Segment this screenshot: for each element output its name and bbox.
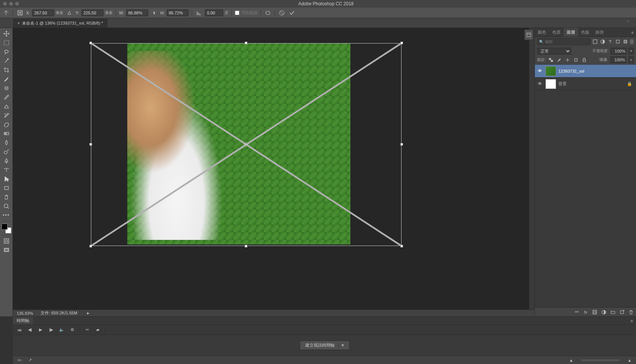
- lock-pixels-icon[interactable]: [556, 57, 563, 63]
- transform-handle-bottom-mid[interactable]: [245, 245, 247, 247]
- cancel-transform-icon[interactable]: [278, 9, 286, 17]
- layer-item[interactable]: 👁背景🔒: [535, 78, 636, 90]
- edit-toolbar-button[interactable]: •••: [2, 211, 11, 219]
- blend-mode-select[interactable]: 正常: [537, 48, 571, 54]
- foreground-color-swatch[interactable]: [2, 224, 8, 230]
- layer-filter-search[interactable]: 🔍: [537, 38, 591, 45]
- layer-visibility-icon[interactable]: 👁: [536, 81, 543, 87]
- layer-name-label[interactable]: 背景: [558, 81, 625, 87]
- eraser-tool[interactable]: [2, 120, 11, 129]
- timeline-split-icon[interactable]: ✂: [84, 327, 91, 333]
- layer-visibility-icon[interactable]: 👁: [536, 68, 543, 74]
- path-selection-tool[interactable]: [2, 175, 11, 183]
- timeline-audio-icon[interactable]: 🔈: [58, 327, 65, 333]
- tab-close-icon[interactable]: ×: [17, 21, 20, 25]
- zoom-level[interactable]: 135.83%: [17, 311, 33, 316]
- filter-type-icon[interactable]: [607, 39, 613, 45]
- tab-channels[interactable]: 色版: [578, 28, 592, 37]
- hand-tool[interactable]: [2, 193, 11, 201]
- history-brush-tool[interactable]: [2, 111, 11, 120]
- timeline-zoom-in-icon[interactable]: ▲: [626, 357, 633, 364]
- panel-menu-icon[interactable]: ≡: [629, 29, 636, 36]
- zoom-tool[interactable]: [2, 202, 11, 210]
- layer-thumbnail[interactable]: [545, 79, 556, 89]
- tab-swatches[interactable]: 色票: [549, 28, 564, 37]
- lock-transparency-icon[interactable]: [548, 57, 554, 63]
- filter-toggle-icon[interactable]: [630, 39, 634, 44]
- layer-style-icon[interactable]: fx: [583, 309, 588, 315]
- link-layers-icon[interactable]: ⚯: [574, 309, 579, 315]
- layer-thumbnail[interactable]: [545, 66, 556, 76]
- brush-tool[interactable]: [2, 93, 11, 101]
- rectangle-tool[interactable]: [2, 184, 11, 192]
- layer-name-label[interactable]: 12393731_xxl: [558, 69, 634, 73]
- canvas-area[interactable]: 135.83% 文件: 659.2K/1.55M ▸: [13, 28, 534, 316]
- opacity-flyout-icon[interactable]: ▾: [628, 48, 634, 54]
- healing-brush-tool[interactable]: [2, 84, 11, 92]
- clone-stamp-tool[interactable]: [2, 102, 11, 110]
- marquee-tool[interactable]: [2, 39, 11, 47]
- delta-icon[interactable]: [66, 9, 73, 17]
- timeline-prev-frame-icon[interactable]: ◀|: [27, 327, 33, 333]
- timeline-transition-icon[interactable]: ▰: [94, 327, 101, 333]
- fill-input[interactable]: [610, 56, 626, 63]
- file-info[interactable]: 文件: 659.2K/1.55M: [41, 310, 77, 316]
- collapse-panels-icon[interactable]: ›‹: [627, 19, 634, 23]
- dodge-tool[interactable]: [2, 148, 11, 156]
- color-swatches[interactable]: [2, 224, 11, 233]
- angle-input[interactable]: [205, 9, 223, 16]
- screen-mode-tool[interactable]: [2, 246, 11, 254]
- timeline-mode-icon[interactable]: ▭: [16, 357, 23, 364]
- transform-handle-mid-left[interactable]: [89, 143, 92, 146]
- filter-smart-icon[interactable]: [622, 39, 628, 45]
- warp-mode-icon[interactable]: [264, 9, 272, 17]
- transform-handle-top-right[interactable]: [400, 42, 403, 44]
- fill-flyout-icon[interactable]: ▾: [628, 56, 634, 63]
- maximize-window-button[interactable]: [15, 2, 19, 6]
- crop-tool[interactable]: [2, 66, 11, 74]
- status-flyout-icon[interactable]: ▸: [87, 311, 89, 316]
- adjustment-layer-icon[interactable]: [601, 309, 606, 315]
- transform-handle-bottom-left[interactable]: [89, 245, 92, 247]
- timeline-zoom-out-icon[interactable]: ▲: [568, 357, 575, 364]
- x-input[interactable]: [32, 9, 54, 16]
- y-input[interactable]: [81, 9, 103, 16]
- pen-tool[interactable]: [2, 157, 11, 165]
- blur-tool[interactable]: [2, 138, 11, 147]
- link-icon[interactable]: [150, 9, 158, 17]
- create-timeline-button[interactable]: 建立視訊時間軸 ▾: [300, 341, 350, 350]
- timeline-render-icon[interactable]: ↗: [27, 357, 33, 364]
- transform-handle-top-left[interactable]: [89, 42, 92, 44]
- close-window-button[interactable]: [3, 2, 7, 6]
- layer-group-icon[interactable]: [610, 309, 616, 315]
- transform-handle-mid-right[interactable]: [400, 143, 403, 146]
- delete-layer-icon[interactable]: [628, 309, 634, 315]
- eyedropper-tool[interactable]: [2, 75, 11, 83]
- antialias-check-input[interactable]: [235, 11, 239, 15]
- h-input[interactable]: [167, 9, 189, 16]
- timeline-settings-icon[interactable]: ⚙: [69, 327, 76, 333]
- timeline-first-frame-icon[interactable]: ⏮: [16, 327, 23, 333]
- create-timeline-dropdown-icon[interactable]: ▾: [338, 343, 344, 348]
- gradient-tool[interactable]: [2, 129, 11, 138]
- reference-point-icon[interactable]: [16, 9, 24, 17]
- layer-mask-icon[interactable]: [592, 309, 597, 315]
- canvas-scrollbar-vertical[interactable]: [529, 28, 534, 310]
- antialias-checkbox[interactable]: 消除鋸齒: [235, 10, 258, 16]
- move-tool[interactable]: [2, 30, 11, 38]
- collapsed-panel-icon[interactable]: [524, 30, 533, 40]
- lock-position-icon[interactable]: [565, 57, 571, 63]
- type-tool[interactable]: [2, 166, 11, 174]
- new-layer-icon[interactable]: [619, 309, 625, 315]
- timeline-zoom-slider[interactable]: [581, 359, 619, 361]
- timeline-play-icon[interactable]: ▶: [37, 327, 44, 333]
- layer-filter-input[interactable]: [545, 40, 589, 44]
- magic-wand-tool[interactable]: [2, 57, 11, 65]
- filter-adjust-icon[interactable]: [600, 39, 606, 45]
- timeline-next-frame-icon[interactable]: |▶: [48, 327, 55, 333]
- opacity-input[interactable]: [611, 48, 627, 54]
- timeline-menu-icon[interactable]: ≡: [628, 317, 636, 325]
- quick-mask-tool[interactable]: [2, 237, 11, 245]
- tab-layers[interactable]: 圖層: [564, 28, 578, 37]
- tab-color[interactable]: 顏色: [535, 28, 549, 37]
